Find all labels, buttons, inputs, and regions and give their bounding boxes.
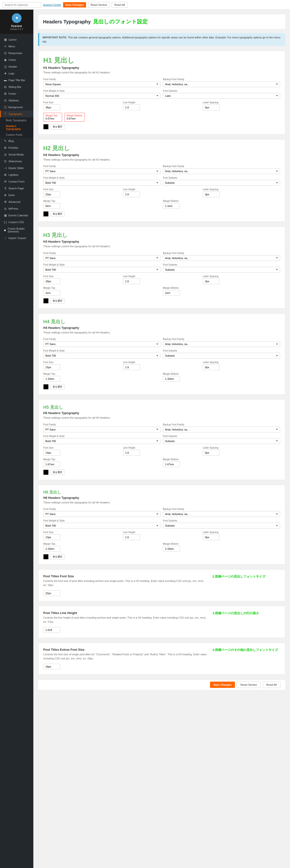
sidebar-item-logo[interactable]: ★ Logo [0,70,33,77]
h5-subsets-select[interactable]: Subsets [163,438,280,444]
sidebar-item-custom-css[interactable]: { } Custom CSS [0,219,33,225]
sub-nav-custom-fonts[interactable]: Custom Fonts [0,132,33,137]
h6-margin-bottom-input[interactable] [163,546,180,552]
sidebar-item-search-page[interactable]: ⚲ Search Page [0,185,33,192]
h4-weight-select[interactable]: Bold 700 [43,353,161,359]
h3-size-input[interactable] [43,278,60,284]
h5-size-input[interactable] [43,450,60,456]
bottom-reset-all-button[interactable]: Reset All [263,682,280,688]
h1-margin-bottom-input[interactable] [67,117,81,120]
h4-margin-top-input[interactable] [43,376,60,382]
h6-margin-top-input[interactable] [43,546,60,552]
h5-weight-select[interactable]: Bold 700 [43,438,161,444]
sidebar-item-social-media[interactable]: ◎ Social Media [0,151,33,158]
sidebar-item-sliding-bar[interactable]: ⊟ Sliding Bar [0,84,33,90]
h4-subsets-select[interactable]: Subsets [163,353,280,359]
h5-line-height-input[interactable] [123,450,140,456]
h5-margin-top-input[interactable] [43,461,60,467]
h2-letter-spacing-input[interactable] [203,191,220,197]
sidebar-item-lightbox[interactable]: ⊞ Lightbox [0,172,33,178]
sidebar-item-events-calendar[interactable]: ▦ Events Calendar [0,212,33,219]
sidebar-item-fusion-builder[interactable]: ◆ Fusion Builder Elements [0,225,33,235]
h3-margin-top-input[interactable] [43,290,60,296]
h3-font-family-select[interactable]: PT Sans [43,255,161,261]
sidebar-item-portfolio[interactable]: ⊞ Portfolio [0,144,33,151]
post-titles-font-size-input[interactable] [43,590,60,596]
h1-color-swatch[interactable] [43,124,49,129]
sidebar-item-import-export[interactable]: ↕ Import / Export [0,235,33,242]
sidebar-item-contact-form[interactable]: ✉ Contact Form [0,178,33,185]
h2-backup-font-select[interactable]: Arial, Helvetica, sa... [163,168,280,174]
h3-backup-font-select[interactable]: Arial, Helvetica, sa... [163,255,280,261]
sidebar-item-blog[interactable]: ✎ Blog [0,137,33,144]
sidebar-item-menu[interactable]: ≡ Menu [0,43,33,50]
h2-line-height-input[interactable] [123,191,140,197]
sidebar-item-footer[interactable]: ⊞ Footer [0,90,33,97]
sidebar-item-typography[interactable]: T Typography [0,111,33,117]
sidebar-item-page-title-bar[interactable]: ▬ Page Title Bar [0,77,33,84]
bottom-reset-section-button[interactable]: Reset Section [237,682,261,688]
h1-backup-font-select[interactable]: Arial, Helvetica, sa... [163,81,280,87]
reset-section-button[interactable]: Reset Section [88,2,110,8]
h1-letter-spacing-input[interactable] [203,104,220,110]
sub-nav-headers-typography[interactable]: Headers Typography [0,123,33,132]
support-center-button[interactable]: Support Center [43,3,61,6]
save-changes-button[interactable]: Save Changes [63,2,86,7]
sidebar-item-extra[interactable]: ⊕ Extra [0,192,33,198]
sidebar-item-background[interactable]: ⬛ Background [0,104,33,111]
h5-font-family-select[interactable]: PT Sans [43,427,161,432]
h5-margin-bottom-input[interactable] [163,461,180,467]
sub-nav-body-typography[interactable]: Body Typography [0,117,33,123]
h2-size-input[interactable] [43,191,60,197]
sidebar-item-advanced[interactable]: ⚙ Advanced [0,198,33,205]
h6-line-height-input[interactable] [123,534,140,540]
h4-font-family-select[interactable]: PT Sans [43,341,161,347]
post-titles-line-height-input[interactable] [43,627,60,633]
h1-size-input[interactable] [43,104,60,110]
bottom-save-button[interactable]: Save Changes [210,682,235,688]
h4-size-input[interactable] [43,364,60,370]
h1-line-height-input[interactable] [123,104,140,110]
h6-font-family-select[interactable]: PT Sans [43,511,161,517]
h1-color-button[interactable]: 色を選択 [51,124,64,129]
h4-letter-spacing-input[interactable] [203,364,220,370]
h6-letter-spacing-input[interactable] [203,534,220,540]
h3-letter-spacing-input[interactable] [203,278,220,284]
sidebar-item-bbpress[interactable]: ◎ bbPress [0,205,33,212]
h4-backup-font-select[interactable]: Arial, Helvetica, sa... [163,341,280,347]
h6-color-button[interactable]: 色を選択 [51,554,64,559]
h2-subsets-select[interactable]: Subsets [163,180,280,186]
sidebar-item-layout[interactable]: ▦ Layout [0,36,33,43]
h4-line-height-input[interactable] [123,364,140,370]
post-titles-extras-font-size-input[interactable] [43,664,60,670]
h2-weight-select[interactable]: Bold 700 [43,180,161,186]
h1-font-family-select[interactable]: Nova Square [43,81,161,87]
sidebar-item-header[interactable]: ◫ Header [0,63,33,70]
h1-weight-select[interactable]: Normal 400 [43,93,161,99]
h2-color-swatch[interactable] [43,211,49,217]
h3-margin-bottom-input[interactable] [163,290,180,296]
h4-color-button[interactable]: 色を選択 [51,384,64,390]
sidebar-item-slideshows[interactable]: ⊡ Slideshows [0,158,33,165]
h6-weight-select[interactable]: Bold 700 [43,523,161,529]
h6-color-swatch[interactable] [43,554,49,559]
sidebar-item-colors[interactable]: ◉ Colors [0,57,33,63]
h5-color-button[interactable]: 色を選択 [51,470,64,475]
h3-subsets-select[interactable]: Subsets [163,267,280,273]
h1-subsets-select[interactable]: Latin [163,93,280,99]
search-input[interactable] [2,2,41,7]
h3-color-button[interactable]: 色を選択 [51,298,64,304]
sidebar-item-responsive[interactable]: ⊡ Responsive [0,50,33,57]
h3-line-height-input[interactable] [123,278,140,284]
h6-backup-font-select[interactable]: Arial, Helvetica, sa... [163,511,280,517]
h5-letter-spacing-input[interactable] [203,450,220,456]
h6-size-input[interactable] [43,534,60,540]
h2-color-button[interactable]: 色を選択 [51,211,64,217]
h4-color-swatch[interactable] [43,384,49,390]
h4-margin-bottom-input[interactable] [163,376,180,382]
h6-subsets-select[interactable]: Subsets [163,523,280,529]
sidebar-item-elastic-slider[interactable]: ◁ Elastic Slider [0,165,33,172]
sidebar-item-sidebars[interactable]: ⊡ Sidebars [0,97,33,104]
h5-backup-font-select[interactable]: Arial, Helvetica, sa... [163,427,280,432]
h2-margin-top-input[interactable] [43,203,60,209]
